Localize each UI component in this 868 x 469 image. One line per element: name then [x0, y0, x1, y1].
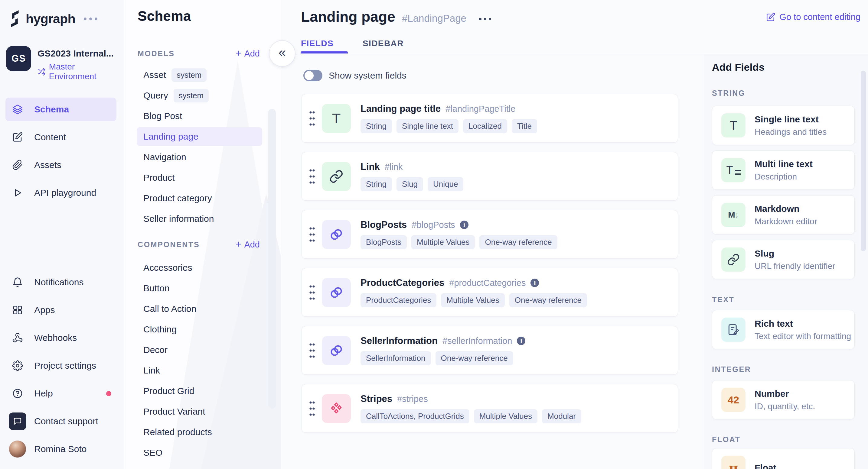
drag-handle-icon[interactable]	[309, 109, 316, 128]
component-item-product-grid[interactable]: Product Grid	[124, 381, 281, 401]
model-item-asset[interactable]: Assetsystem	[124, 65, 281, 85]
field-badge: Single line text	[397, 119, 459, 133]
sidebar-item-assets[interactable]: Assets	[0, 151, 124, 179]
sidebar-item-project-settings[interactable]: Project settings	[0, 352, 124, 379]
add-field-rich-text[interactable]: Rich text Text editor with formatting	[712, 310, 855, 349]
component-item-related-products[interactable]: Related products	[124, 422, 281, 442]
environment-switcher[interactable]: Master Environment	[37, 62, 124, 81]
field-badge: Multiple Values	[411, 235, 475, 249]
sidebar-item-help[interactable]: Help	[0, 379, 124, 407]
show-system-fields-toggle[interactable]	[303, 70, 322, 81]
sidebar-item-user-profile[interactable]: Romina Soto	[0, 435, 124, 463]
drag-handle-icon[interactable]	[309, 225, 316, 244]
add-fields-panel: Add Fields STRING T Single line text Hea…	[704, 55, 868, 469]
layers-icon	[9, 104, 26, 115]
add-field-float[interactable]: π Float	[712, 448, 855, 469]
schema-panel: Schema MODELS + Add Assetsystem Querysys…	[124, 0, 281, 469]
model-item-navigation[interactable]: Navigation	[124, 147, 281, 167]
component-item-seo[interactable]: SEO	[124, 442, 281, 463]
add-field-number[interactable]: 42 Number ID, quantity, etc.	[712, 380, 855, 420]
component-diamonds-icon	[322, 394, 351, 423]
edit-square-icon	[766, 12, 775, 22]
reference-rings-icon	[322, 220, 351, 249]
app-window: hygraph GS GS2023 Internal... Master Env…	[0, 0, 868, 469]
component-item-product-variant[interactable]: Product Variant	[124, 401, 281, 422]
drag-handle-icon[interactable]	[309, 167, 316, 186]
field-card-link[interactable]: Link #link String Slug Unique	[302, 152, 678, 201]
info-icon[interactable]: i	[460, 221, 468, 229]
field-badge: SellerInformation	[361, 351, 431, 365]
sidebar-item-label: Help	[34, 388, 53, 399]
play-icon	[9, 188, 26, 198]
component-item-link[interactable]: Link	[124, 360, 281, 381]
model-item-seller-information[interactable]: Seller information	[124, 208, 281, 229]
field-name: ProductCategories	[361, 277, 444, 288]
info-icon[interactable]: i	[530, 279, 539, 287]
field-card-blogposts[interactable]: BlogPosts #blogPosts i BlogPosts Multipl…	[302, 210, 678, 259]
section-label-integer: INTEGER	[712, 365, 868, 374]
model-item-landing-page[interactable]: Landing page	[124, 126, 281, 147]
sidebar-item-webhooks[interactable]: Webhooks	[0, 324, 124, 352]
component-item-call-to-action[interactable]: Call to Action	[124, 299, 281, 319]
field-badge: Multiple Values	[441, 293, 504, 307]
paperclip-icon	[9, 160, 26, 170]
plus-icon: +	[236, 239, 242, 250]
sidebar-item-content[interactable]: Content	[0, 123, 124, 151]
edit-square-icon	[9, 132, 26, 143]
field-badge: String	[361, 119, 392, 133]
field-badge: BlogPosts	[361, 235, 407, 249]
model-item-product-category[interactable]: Product category	[124, 188, 281, 208]
reference-rings-icon	[322, 336, 351, 365]
component-item-button[interactable]: Button	[124, 278, 281, 299]
schema-panel-scrollbar[interactable]	[268, 109, 276, 408]
drag-handle-icon[interactable]	[309, 341, 316, 360]
collapse-panel-button[interactable]: «	[269, 40, 296, 67]
dots-horizontal-icon[interactable]	[479, 13, 491, 20]
tab-fields[interactable]: FIELDS	[301, 39, 334, 48]
logo: hygraph	[8, 10, 97, 27]
dots-horizontal-icon[interactable]	[84, 18, 97, 20]
field-card-productcategories[interactable]: ProductCategories #productCategories i P…	[302, 268, 678, 317]
hygraph-logo-icon	[8, 10, 22, 27]
model-item-product[interactable]: Product	[124, 167, 281, 188]
field-card-landing-page-title[interactable]: T Landing page title #landingPageTitle S…	[302, 94, 678, 143]
field-api-id: #stripes	[397, 394, 428, 404]
field-card-sellerinformation[interactable]: SellerInformation #sellerInformation i S…	[302, 326, 678, 375]
go-to-content-editing-link[interactable]: Go to content editing	[766, 12, 861, 22]
add-field-slug[interactable]: Slug URL friendly identifier	[712, 240, 855, 279]
fields-list: T Landing page title #landingPageTitle S…	[302, 94, 678, 442]
info-icon[interactable]: i	[517, 337, 525, 345]
rich-text-icon	[721, 317, 745, 342]
model-item-blog-post[interactable]: Blog Post	[124, 106, 281, 126]
bell-icon	[9, 277, 26, 288]
project-name: GS2023 Internal...	[37, 48, 124, 59]
add-fields-scrollbar[interactable]	[861, 71, 866, 251]
add-field-single-line-text[interactable]: T Single line text Headings and titles	[712, 106, 855, 145]
sidebar-item-apps[interactable]: Apps	[0, 296, 124, 324]
plus-icon: +	[236, 48, 242, 59]
add-model-button[interactable]: + Add	[236, 48, 260, 59]
drag-handle-icon[interactable]	[309, 399, 316, 418]
add-field-multi-line-text[interactable]: T Multi line text Description	[712, 150, 855, 190]
project-avatar[interactable]: GS	[6, 46, 31, 71]
field-card-stripes[interactable]: Stripes #stripes CallToActions, ProductG…	[302, 384, 678, 433]
component-item-accessories[interactable]: Accessories	[124, 258, 281, 278]
add-component-button[interactable]: + Add	[236, 239, 260, 250]
add-field-markdown[interactable]: M↓ Markdown Markdown editor	[712, 195, 855, 234]
field-api-id: #landingPageTitle	[445, 104, 515, 114]
field-badge: One-way reference	[509, 293, 587, 307]
drag-handle-icon[interactable]	[309, 283, 316, 302]
sidebar-item-api-playground[interactable]: API playground	[0, 179, 124, 207]
project-switcher[interactable]: GS GS2023 Internal... Master Environment	[6, 46, 124, 81]
sidebar-item-contact-support[interactable]: Contact support	[0, 407, 124, 435]
component-item-decor[interactable]: Decor	[124, 340, 281, 360]
model-item-query[interactable]: Querysystem	[124, 85, 281, 106]
component-item-clothing[interactable]: Clothing	[124, 319, 281, 340]
webhook-icon	[9, 332, 26, 343]
tab-sidebar[interactable]: SIDEBAR	[363, 39, 404, 48]
chat-bubble-icon	[9, 412, 26, 430]
field-api-id: #productCategories	[449, 278, 526, 288]
sidebar-item-schema[interactable]: Schema	[0, 96, 124, 123]
models-section-label: MODELS	[137, 49, 175, 58]
sidebar-item-notifications[interactable]: Notifications	[0, 268, 124, 296]
